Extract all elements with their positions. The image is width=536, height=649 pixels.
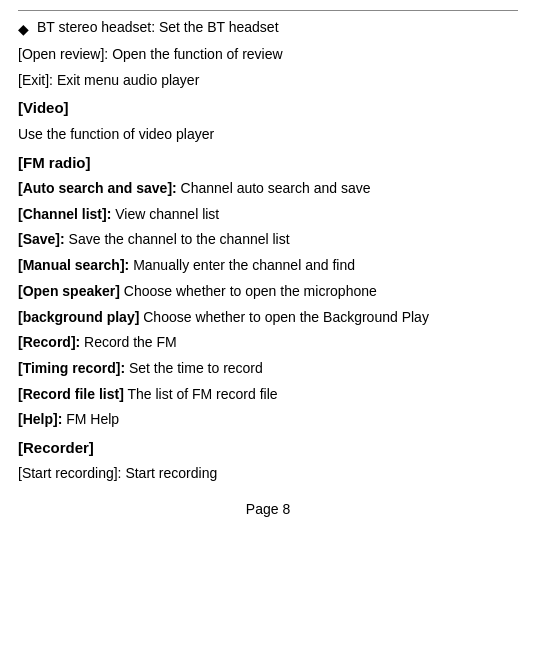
bullet-item: ◆ BT stereo headset: Set the BT headset [18, 19, 518, 40]
background-play-label: [background play] [18, 309, 139, 325]
record-file-list-label: [Record file list] [18, 386, 124, 402]
background-play-entry: [background play] Choose whether to open… [18, 307, 518, 329]
auto-search-entry: [Auto search and save]: Channel auto sea… [18, 178, 518, 200]
open-review-line: [Open review]: Open the function of revi… [18, 44, 518, 66]
start-recording-line: [Start recording]: Start recording [18, 463, 518, 485]
record-file-list-entry: [Record file list] The list of FM record… [18, 384, 518, 406]
channel-list-desc: View channel list [111, 206, 219, 222]
bullet-diamond-icon: ◆ [18, 19, 29, 40]
timing-record-label: [Timing record]: [18, 360, 125, 376]
record-entry: [Record]: Record the FM [18, 332, 518, 354]
video-section-title: [Video] [18, 97, 518, 120]
auto-search-desc: Channel auto search and save [177, 180, 371, 196]
timing-record-entry: [Timing record]: Set the time to record [18, 358, 518, 380]
bullet-text: BT stereo headset: Set the BT headset [37, 19, 279, 35]
manual-search-entry: [Manual search]: Manually enter the chan… [18, 255, 518, 277]
channel-list-label: [Channel list]: [18, 206, 111, 222]
channel-list-entry: [Channel list]: View channel list [18, 204, 518, 226]
video-desc: Use the function of video player [18, 124, 518, 146]
record-desc: Record the FM [80, 334, 176, 350]
exit-line: [Exit]: Exit menu audio player [18, 70, 518, 92]
open-speaker-desc: Choose whether to open the microphone [120, 283, 377, 299]
recorder-section-title: [Recorder] [18, 437, 518, 460]
timing-record-desc: Set the time to record [125, 360, 263, 376]
save-entry: [Save]: Save the channel to the channel … [18, 229, 518, 251]
manual-search-desc: Manually enter the channel and find [129, 257, 355, 273]
help-label: [Help]: [18, 411, 62, 427]
save-label: [Save]: [18, 231, 65, 247]
save-desc: Save the channel to the channel list [65, 231, 290, 247]
record-label: [Record]: [18, 334, 80, 350]
auto-search-label: [Auto search and save]: [18, 180, 177, 196]
manual-search-label: [Manual search]: [18, 257, 129, 273]
open-speaker-label: [Open speaker] [18, 283, 120, 299]
open-speaker-entry: [Open speaker] Choose whether to open th… [18, 281, 518, 303]
fm-radio-section-title: [FM radio] [18, 152, 518, 175]
help-desc: FM Help [62, 411, 119, 427]
record-file-list-desc: The list of FM record file [124, 386, 278, 402]
top-divider [18, 10, 518, 11]
page-number: Page 8 [18, 501, 518, 517]
background-play-desc: Choose whether to open the Background Pl… [139, 309, 429, 325]
help-entry: [Help]: FM Help [18, 409, 518, 431]
